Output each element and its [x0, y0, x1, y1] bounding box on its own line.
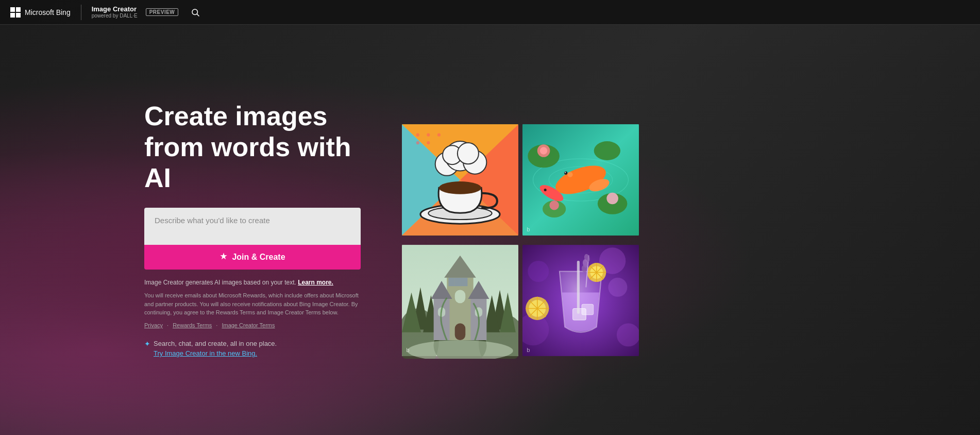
bing-promo-icon: ✦ [144, 340, 150, 348]
brand-name-label: Microsoft Bing [25, 8, 71, 16]
image-coffee[interactable] [402, 122, 518, 238]
svg-rect-54 [461, 278, 467, 286]
search-icon [191, 8, 200, 17]
svg-point-69 [528, 261, 549, 282]
app-info: Image Creator powered by DALL·E [92, 5, 138, 20]
privacy-link[interactable]: Privacy [144, 322, 163, 328]
app-title: Image Creator [92, 5, 138, 13]
nav-divider [81, 5, 81, 20]
disclaimer-sub-text: You will receive emails about Microsoft … [144, 291, 361, 317]
svg-point-71 [617, 323, 639, 346]
svg-point-7 [416, 133, 419, 137]
disclaimer-main-text: Image Creator generates AI images based … [144, 279, 296, 286]
image-grid: b [402, 122, 639, 359]
coffee-image-svg [402, 122, 518, 238]
svg-point-19 [458, 143, 479, 164]
brand-logo[interactable]: Microsoft Bing [10, 7, 71, 18]
svg-rect-60 [455, 290, 466, 303]
image-koi[interactable]: b [522, 122, 639, 238]
svg-text:b: b [527, 347, 530, 353]
svg-rect-90 [577, 261, 580, 314]
navbar: Microsoft Bing Image Creator powered by … [0, 0, 980, 25]
svg-point-31 [549, 200, 559, 210]
main-content: Create images from words with AI Join & … [0, 25, 980, 435]
new-bing-link[interactable]: Try Image Creator in the new Bing. [154, 348, 277, 359]
svg-point-27 [594, 141, 620, 160]
left-panel: Create images from words with AI Join & … [144, 101, 361, 359]
svg-point-11 [427, 141, 430, 144]
svg-point-35 [564, 172, 567, 175]
svg-text:b: b [406, 347, 409, 353]
image-cocktail[interactable]: b [522, 242, 639, 359]
image-castle[interactable]: b [402, 242, 518, 359]
join-create-button[interactable]: Join & Create [144, 245, 361, 270]
preview-badge: PREVIEW [146, 8, 179, 16]
prompt-input[interactable] [144, 208, 361, 245]
windows-logo-icon [10, 7, 21, 18]
svg-text:b: b [527, 226, 530, 232]
sparkle-icon [219, 252, 228, 262]
castle-image-svg: b [402, 242, 518, 359]
svg-point-33 [567, 172, 572, 177]
new-bing-promo: ✦ Search, chat, and create, all in one p… [144, 339, 361, 359]
terms-links: Privacy · Rewards Terms · Image Creator … [144, 322, 361, 328]
svg-point-36 [565, 172, 566, 173]
svg-line-1 [197, 14, 199, 16]
svg-rect-53 [455, 278, 461, 286]
svg-point-68 [608, 278, 627, 297]
image-creator-terms-link[interactable]: Image Creator Terms [222, 322, 275, 328]
svg-point-0 [192, 9, 198, 15]
cocktail-image-svg: b [522, 242, 639, 359]
disclaimer-section: Image Creator generates AI images based … [144, 278, 361, 317]
search-button[interactable] [187, 6, 204, 19]
wand-icon [219, 252, 228, 260]
svg-rect-52 [448, 278, 454, 286]
svg-point-38 [544, 189, 547, 191]
svg-point-14 [439, 181, 481, 194]
svg-point-30 [606, 193, 618, 205]
svg-rect-63 [455, 323, 466, 340]
svg-point-10 [416, 141, 419, 144]
new-bing-text: Search, chat, and create, all in one pla… [154, 339, 277, 359]
svg-rect-79 [582, 304, 594, 315]
learn-more-link[interactable]: Learn more. [298, 279, 333, 286]
rewards-terms-link[interactable]: Rewards Terms [173, 322, 212, 328]
svg-point-29 [540, 147, 547, 154]
koi-image-svg: b [522, 122, 639, 238]
powered-by-label: powered by DALL·E [92, 13, 138, 19]
svg-point-9 [437, 133, 441, 137]
svg-point-8 [427, 133, 430, 137]
create-button-label: Join & Create [232, 253, 285, 262]
page-headline: Create images from words with AI [144, 101, 361, 193]
